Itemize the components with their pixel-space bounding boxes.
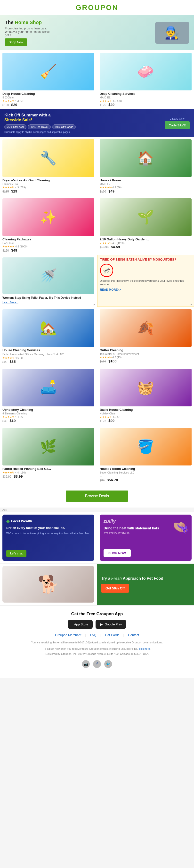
product-card-8[interactable]: 🍂 Gutter Cleaning Top-Gutter & Home Impr… [97, 307, 194, 366]
footer-link-giftcards[interactable]: Gift Cards [105, 633, 120, 638]
zulily-ad[interactable]: zulily Bring the heat with statement hat… [97, 512, 194, 563]
sale-headline: Kick Off Summer with a Sitewide Sale! [4, 113, 162, 123]
sale-code-button[interactable]: Code SAVE [165, 121, 190, 129]
sale-banner: Kick Off Summer with a Sitewide Sale! 25… [0, 110, 194, 137]
review-count-2: 4.0 (30) [113, 99, 122, 102]
product-title-12: House / Room Cleaning [100, 467, 192, 471]
footer-link-merchant[interactable]: Groupon Merchant [55, 633, 81, 638]
price-new-7: $65 [9, 360, 15, 364]
product-rating-12: — [100, 474, 192, 477]
product-image-3: 🔧 [2, 139, 94, 177]
price-old-6: $19.99 [100, 246, 109, 249]
product-title-7: House Cleaning Services [2, 348, 94, 352]
product-prices-12: $90 $56.70 [100, 478, 192, 482]
product-prices-1: $120 $29 [2, 102, 94, 107]
product-grid-row6: 🌿 Fabric Raised Planting Bed Ga... ★★★★½… [0, 425, 194, 485]
sale-tag-local: 25% Off Local [4, 124, 27, 129]
product-rating-7: ★★★★☆ 4.0 (1) [2, 356, 94, 360]
pet-cta-button[interactable]: Get 50% Off [101, 584, 129, 593]
product-merchant-5: E-Z Clean [2, 242, 94, 245]
product-card-9[interactable]: 🛋️ Upholstery Cleaning 4 Elements Cleani… [0, 366, 97, 425]
pet-text-card[interactable]: Try a Fresh Approach to Pet Food Get 50%… [97, 564, 194, 605]
sale-days-label: 2 Days Only [165, 117, 190, 120]
product-card-11[interactable]: 🌿 Fabric Raised Planting Bed Ga... ★★★★½… [0, 425, 97, 485]
ad-row-1: 🚿 Women: Stop Using Toilet Paper, Try Th… [0, 255, 194, 307]
product-merchant-9: 4 Elements Cleaning [2, 412, 94, 415]
product-card-7[interactable]: 🏡 House Cleaning Services Better Homes A… [0, 307, 97, 366]
mosquito-ad-label: ▶ [191, 303, 192, 306]
price-old-2: $120 [100, 103, 106, 107]
hero-headline: The Home Shop [5, 20, 155, 25]
product-prices-6: $19.99 $4.59 [100, 245, 192, 249]
pet-image: 🐕 [2, 566, 94, 602]
footer-sep-1: | [85, 633, 86, 638]
toilet-ad[interactable]: 🚿 Women: Stop Using Toilet Paper, Try Th… [0, 255, 97, 307]
toilet-headline: Women: Stop Using Toilet Paper, Try This… [2, 296, 94, 300]
product-image-9: 🛋️ [2, 369, 94, 406]
hero-banner: The Home Shop From cleaning pros to lawn… [0, 15, 194, 50]
sale-tag-travel: 10% Off Travel [28, 124, 51, 129]
google-play-button[interactable]: ▶ Google Play [95, 620, 126, 629]
product-prices-11: $35.99 $8.99 [2, 474, 94, 478]
review-count-6: 4.5 (1200) [112, 242, 124, 245]
facet-logo-text: Facet Wealth [11, 519, 32, 523]
product-merchant-12: Sever Cleaning Services LLC [100, 471, 192, 474]
instagram-icon[interactable]: 📷 [82, 660, 90, 668]
product-merchant-10: Holiday Clean [100, 412, 192, 415]
price-new-11: $8.99 [13, 474, 23, 478]
product-card-1[interactable]: 🧹 Deep House Cleaning E-Z Clean ★★★★½ 4.… [0, 50, 97, 110]
product-card-10[interactable]: 🧺 Basic House Cleaning Holiday Clean ★★★… [97, 366, 194, 425]
product-card-12[interactable]: 🪣 House / Room Cleaning Sever Cleaning S… [97, 425, 194, 485]
facet-wealth-ad[interactable]: ◆ Facet Wealth Enrich every facet of you… [0, 512, 97, 563]
product-prices-2: $120 $29 [100, 102, 192, 107]
product-card-6[interactable]: 🌱 7/10 Gallon Heavy Duty Garden... ★★★★½… [97, 196, 194, 255]
zulily-shop-button[interactable]: SHOP NOW [104, 549, 131, 557]
mosquito-cta[interactable]: READ MORE>> [100, 288, 191, 291]
product-image-12: 🪣 [100, 428, 192, 465]
product-card-4[interactable]: 🏠 House / Room MAID EZ ★★★★½ 4.4 (36) $1… [97, 137, 194, 196]
product-image-7: 🏡 [2, 309, 94, 347]
hero-shop-now-button[interactable]: Shop Now [5, 38, 27, 46]
app-buttons: App Store ▶ Google Play [4, 620, 190, 629]
footer-sep-3: | [123, 633, 124, 638]
price-new-2: $29 [108, 102, 114, 107]
mosquito-ad[interactable]: TIRED OF BEING EATEN ALIVE BY MOSQUITOES… [97, 255, 194, 307]
facebook-icon[interactable]: f [93, 660, 101, 668]
footer-adjust-text: To adjust how often you receive future G… [24, 647, 170, 651]
mosquito-circle: 🦟 [100, 264, 113, 277]
hero-image: 👨‍🔧 [155, 22, 189, 44]
footer-link-faq[interactable]: FAQ [90, 633, 96, 638]
toilet-image: 🚿 [2, 257, 94, 294]
app-store-button[interactable]: App Store [68, 620, 93, 629]
product-title-5: Cleaning Packages [2, 238, 94, 241]
toilet-ad-label: ▶ [93, 303, 95, 306]
pet-image-card[interactable]: 🐕 [0, 564, 97, 605]
product-prices-4: $100 $49 [100, 189, 192, 193]
product-card-2[interactable]: 🧼 Deep Cleaning Services MAID EZ ★★★★☆ 4… [97, 50, 194, 110]
hero-title-highlight: Home Shop [15, 20, 42, 25]
toilet-cta[interactable]: Learn More... [2, 301, 18, 304]
sale-headline-part1: Kick Off Summer with a [4, 113, 51, 117]
pet-headline-part2: Approach to Pet Food [122, 576, 163, 581]
sale-tags: 25% Off Local 10% Off Travel 10% Off Goo… [4, 124, 162, 129]
product-merchant-3: Chimney Pro [2, 183, 94, 185]
product-grid-row1: 🧹 Deep House Cleaning E-Z Clean ★★★★½ 4.… [0, 50, 194, 110]
groupon-logo: GROUPON [76, 3, 118, 11]
footer-link-contact[interactable]: Contact [128, 633, 139, 638]
product-grid-row5: 🛋️ Upholstery Cleaning 4 Elements Cleani… [0, 366, 194, 425]
product-merchant-1: E-Z Clean [2, 96, 94, 99]
product-prices-9: $32 $19 [2, 418, 94, 423]
facet-body: We're here to impact everything your mon… [6, 532, 90, 535]
footer-unsubscribe-link[interactable]: click here [139, 647, 150, 650]
twitter-icon[interactable]: 🐦 [104, 660, 112, 668]
hero-title-part1: The [5, 20, 15, 25]
ads-label: Ads [0, 507, 194, 512]
sale-tag-goods: 10% Off Goods [52, 124, 76, 129]
product-card-5[interactable]: ✨ Cleaning Packages E-Z Clean ★★★★★ 4.5 … [0, 196, 97, 255]
browse-deals-button[interactable]: Browse Deals [66, 491, 128, 502]
facet-cta-button[interactable]: Let's chat [6, 550, 27, 557]
product-card-3[interactable]: 🔧 Dryer-Vent or Air-Duct Cleaning Chimne… [0, 137, 97, 196]
mosquito-headline: TIRED OF BEING EATEN ALIVE BY MOSQUITOES… [100, 258, 191, 262]
review-count-11: 4.4 (150) [15, 471, 26, 474]
product-title-6: 7/10 Gallon Heavy Duty Garden... [100, 238, 192, 241]
